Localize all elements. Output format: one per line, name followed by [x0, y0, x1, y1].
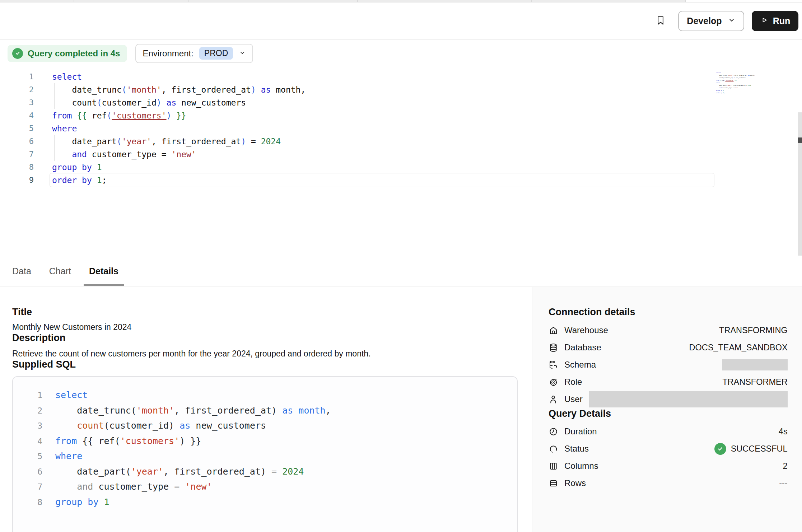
detail-label: Warehouse: [564, 325, 608, 335]
environment-selector[interactable]: Environment: PROD: [135, 44, 253, 63]
line-number: 7: [13, 479, 42, 495]
editor-minimap[interactable]: 1select2 date_trunc('month', first_order…: [716, 72, 756, 94]
code-line: 2 date_trunc('month', first_ordered_at) …: [716, 74, 756, 77]
detail-value: DOCS_TEAM_SANDBOX: [689, 343, 787, 353]
detail-label: Schema: [564, 360, 596, 370]
query-status-pill: Query completed in 4s: [8, 45, 127, 62]
detail-label: Rows: [564, 478, 586, 488]
detail-value: [589, 391, 788, 407]
check-circle-icon: [714, 443, 726, 455]
detail-value: SUCCESSFUL: [714, 443, 788, 455]
detail-value: TRANSFORMING: [719, 326, 788, 335]
code-line: 2 date_trunc('month', first_ordered_at) …: [0, 83, 791, 96]
scrollbar-thumb[interactable]: [798, 137, 802, 143]
code-line: 4from {{ ref('customers') }}: [0, 109, 791, 122]
bookmark-button[interactable]: [653, 13, 668, 29]
description-value: Retrieve the count of new customers per …: [12, 349, 518, 359]
line-number: 3: [13, 418, 42, 434]
line-number: 1: [13, 388, 42, 403]
results-tab-bar: DataChartDetails: [0, 256, 802, 286]
code-line: 5where: [716, 82, 756, 84]
file-tab[interactable]: [0, 0, 74, 2]
line-number: 6: [13, 464, 42, 480]
code-line: 1select: [716, 72, 756, 74]
line-number: 9: [0, 174, 34, 187]
code-line: 5where: [13, 449, 517, 464]
editor-lines: 1select2 date_trunc('month', first_order…: [0, 70, 791, 187]
code-line: 5where: [0, 122, 791, 135]
code-line: 9order by 1;: [0, 174, 791, 187]
file-tab[interactable]: [358, 0, 532, 2]
tab-chart[interactable]: Chart: [44, 256, 76, 286]
detail-row-warehouse: WarehouseTRANSFORMING: [549, 322, 788, 339]
rows-icon: [549, 479, 558, 488]
play-icon: [760, 16, 769, 27]
detail-row-columns: Columns2: [549, 457, 788, 475]
query-status-text: Query completed in 4s: [28, 48, 120, 59]
chevron-down-icon: [728, 16, 736, 26]
sql-editor[interactable]: 1select2 date_trunc('month', first_order…: [0, 66, 802, 256]
environment-label: Environment:: [143, 48, 193, 59]
chevron-down-icon: [239, 48, 246, 59]
detail-row-rows: Rows---: [549, 475, 788, 492]
line-number: 6: [0, 135, 34, 148]
title-value: Monthly New Customers in 2024: [12, 322, 518, 332]
line-number: 5: [13, 449, 42, 464]
loader-icon: [549, 444, 558, 454]
role-icon: [549, 377, 558, 387]
run-button[interactable]: Run: [752, 11, 798, 31]
check-circle-icon: [12, 48, 23, 59]
bookmark-icon: [655, 14, 666, 28]
redacted-value: [589, 391, 788, 407]
line-number: 3: [0, 96, 34, 109]
line-number: 4: [0, 109, 34, 122]
details-left-pane: Title Monthly New Customers in 2024 Desc…: [0, 287, 532, 532]
line-number: 4: [13, 434, 42, 449]
user-icon: [549, 395, 558, 404]
toolbar: Develop Run: [0, 3, 802, 40]
run-label: Run: [773, 16, 791, 26]
detail-label: Duration: [564, 426, 597, 437]
detail-value: [722, 359, 788, 370]
detail-row-user: User: [549, 391, 788, 408]
app-window: Develop Run Query completed in 4: [0, 0, 802, 532]
supplied-sql-heading: Supplied SQL: [12, 359, 518, 370]
columns-icon: [549, 461, 558, 471]
detail-label: Role: [564, 377, 582, 387]
code-line: 1select: [13, 388, 517, 403]
editor-scrollbar[interactable]: [798, 112, 802, 256]
title-heading: Title: [12, 306, 518, 318]
top-file-tab-strip[interactable]: [0, 0, 802, 3]
connection-details-rows: WarehouseTRANSFORMINGDatabaseDOCS_TEAM_S…: [549, 322, 788, 408]
detail-label: Columns: [564, 461, 598, 471]
code-line: 3 count(customer_id) as new_customers: [13, 418, 517, 434]
code-line: 4from {{ ref('customers') }}: [13, 434, 517, 449]
code-line: 3 count(customer_id) as new_customers: [716, 77, 756, 79]
code-line: 8group by 1: [0, 161, 791, 174]
line-number: 8: [13, 495, 42, 510]
detail-row-status: StatusSUCCESSFUL: [549, 440, 788, 457]
develop-label: Develop: [687, 16, 722, 26]
detail-row-database: DatabaseDOCS_TEAM_SANDBOX: [549, 339, 788, 356]
develop-dropdown-button[interactable]: Develop: [678, 11, 744, 31]
line-number: 2: [0, 83, 34, 96]
tab-details[interactable]: Details: [84, 256, 124, 286]
description-heading: Description: [12, 332, 518, 344]
detail-label: User: [564, 394, 583, 404]
detail-value: ---: [779, 479, 787, 488]
line-number: 8: [0, 161, 34, 174]
file-tab[interactable]: [532, 0, 686, 2]
details-content: Title Monthly New Customers in 2024 Desc…: [0, 287, 802, 532]
database-icon: [549, 343, 558, 353]
line-number: 5: [0, 122, 34, 135]
code-line: 6 date_part('year', first_ordered_at) = …: [716, 84, 756, 87]
detail-value: 2: [783, 461, 788, 471]
detail-label: Status: [564, 444, 589, 454]
result-bar: Query completed in 4s Environment: PROD: [0, 40, 802, 66]
code-line: 7 and customer_type = 'new': [0, 148, 791, 161]
tab-data[interactable]: Data: [7, 256, 37, 286]
file-tab-strip-spacer: [686, 0, 802, 2]
detail-row-schema: Schema: [549, 356, 788, 373]
file-tab[interactable]: [189, 0, 358, 2]
file-tab[interactable]: [74, 0, 189, 2]
